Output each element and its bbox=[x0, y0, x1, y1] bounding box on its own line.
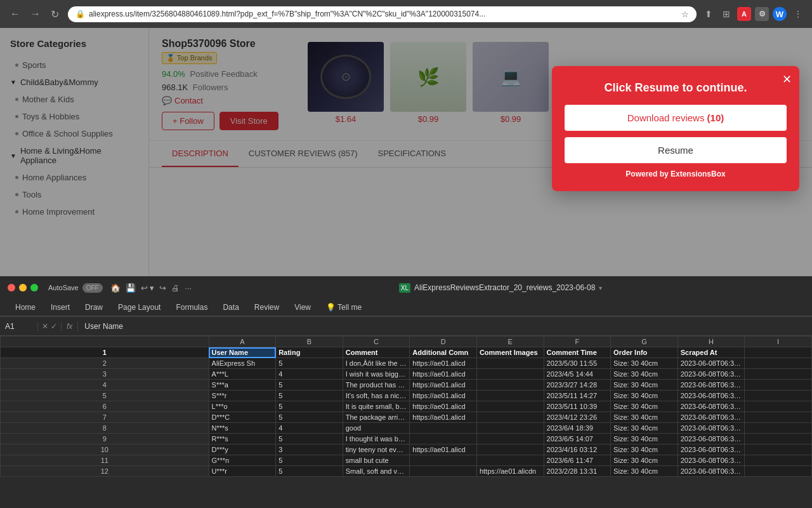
table-cell[interactable]: https://ae01.alicdn bbox=[476, 466, 544, 477]
table-cell[interactable]: 2023-06-08T06:30:46.90 bbox=[678, 391, 745, 401]
col-header-h[interactable]: H bbox=[678, 337, 745, 347]
table-cell[interactable] bbox=[745, 466, 812, 477]
modal-close-button[interactable]: ✕ bbox=[782, 72, 792, 86]
table-cell[interactable]: 2023-06-08T06:30:46.90 bbox=[678, 369, 745, 380]
bookmark-button[interactable]: ⊞ bbox=[719, 8, 733, 20]
table-cell[interactable]: Size: 30 40cm bbox=[611, 369, 678, 380]
table-cell[interactable]: 2023/2/28 13:31 bbox=[544, 466, 611, 477]
table-cell[interactable]: 2023-06-08T06:30:46.90 bbox=[678, 412, 745, 423]
header-cell[interactable]: Scraped At bbox=[678, 347, 745, 358]
modal-download-button[interactable]: Download reviews (10) bbox=[565, 105, 787, 131]
formula-confirm-icon[interactable]: ✓ bbox=[51, 322, 57, 331]
table-cell[interactable]: https://ae01.alicd bbox=[410, 391, 477, 401]
table-cell[interactable]: U***r bbox=[209, 466, 276, 477]
table-cell[interactable] bbox=[476, 434, 544, 444]
table-cell[interactable] bbox=[476, 455, 544, 466]
modal-resume-button[interactable]: Resume bbox=[565, 137, 787, 163]
table-cell[interactable]: 2023/4/16 03:12 bbox=[544, 444, 611, 455]
table-cell[interactable]: 2023-06-08T06:30:46.90 bbox=[678, 444, 745, 455]
table-cell[interactable]: 5 bbox=[276, 358, 343, 369]
table-cell[interactable]: R***s bbox=[209, 434, 276, 444]
autosave-toggle[interactable]: OFF bbox=[82, 283, 103, 293]
header-cell[interactable]: Comment Images bbox=[476, 347, 544, 358]
table-cell[interactable] bbox=[410, 455, 477, 466]
table-cell[interactable] bbox=[476, 380, 544, 391]
table-cell[interactable]: 2023/6/5 14:07 bbox=[544, 434, 611, 444]
table-cell[interactable]: 2023-06-08T06:30:46.90 bbox=[678, 423, 745, 434]
table-cell[interactable] bbox=[745, 401, 812, 412]
table-cell[interactable] bbox=[476, 369, 544, 380]
excel-tab-review[interactable]: Review bbox=[247, 299, 287, 316]
table-cell[interactable] bbox=[410, 423, 477, 434]
table-cell[interactable]: 4 bbox=[276, 423, 343, 434]
formula-value[interactable]: User Name bbox=[78, 322, 812, 331]
table-cell[interactable]: Small, soft and very cute! bbox=[343, 466, 410, 477]
table-cell[interactable]: Size: 30 40cm bbox=[611, 444, 678, 455]
excel-tab-insert[interactable]: Insert bbox=[43, 299, 77, 316]
table-cell[interactable]: https://ae01.alicd bbox=[410, 369, 477, 380]
col-header-f[interactable]: F bbox=[544, 337, 611, 347]
table-cell[interactable] bbox=[745, 434, 812, 444]
redo-icon[interactable]: ↪ bbox=[159, 283, 166, 293]
table-cell[interactable]: 2023-06-08T06:30:46.90 bbox=[678, 455, 745, 466]
table-cell[interactable]: 5 bbox=[276, 434, 343, 444]
excel-tab-home[interactable]: Home bbox=[8, 299, 43, 316]
col-header-i[interactable]: I bbox=[745, 337, 812, 347]
excel-tab-formulas[interactable]: Formulas bbox=[168, 299, 215, 316]
table-cell[interactable]: It is quite small, but this super nice, … bbox=[343, 401, 410, 412]
col-header-a[interactable]: A bbox=[209, 337, 276, 347]
header-cell[interactable]: Order Info bbox=[611, 347, 678, 358]
undo-icon[interactable]: ↩ ▾ bbox=[141, 283, 155, 293]
excel-tab-page-layout[interactable]: Page Layout bbox=[110, 299, 168, 316]
table-cell[interactable] bbox=[476, 412, 544, 423]
save-icon[interactable]: 💾 bbox=[126, 283, 136, 293]
bookmark-icon[interactable]: ☆ bbox=[681, 10, 689, 19]
back-button[interactable]: ← bbox=[6, 7, 24, 21]
table-cell[interactable] bbox=[476, 401, 544, 412]
table-cell[interactable]: D***y bbox=[209, 444, 276, 455]
table-cell[interactable]: Size: 30 40cm bbox=[611, 358, 678, 369]
table-cell[interactable]: 2023/5/11 14:27 bbox=[544, 391, 611, 401]
dropdown-icon[interactable]: ▾ bbox=[599, 284, 602, 291]
minimize-button[interactable] bbox=[19, 284, 27, 291]
table-cell[interactable]: AliExpress Sh bbox=[209, 358, 276, 369]
table-cell[interactable]: 2023/5/11 10:39 bbox=[544, 401, 611, 412]
home-icon[interactable]: 🏠 bbox=[110, 283, 121, 293]
header-cell[interactable]: Comment bbox=[343, 347, 410, 358]
table-cell[interactable]: A***L bbox=[209, 369, 276, 380]
table-cell[interactable]: https://ae01.alicd bbox=[410, 412, 477, 423]
table-cell[interactable]: 5 bbox=[276, 380, 343, 391]
table-cell[interactable]: 5 bbox=[276, 412, 343, 423]
header-cell[interactable] bbox=[745, 347, 812, 358]
table-cell[interactable]: 2023/5/30 11:55 bbox=[544, 358, 611, 369]
table-cell[interactable]: 2023/4/12 23:26 bbox=[544, 412, 611, 423]
table-cell[interactable]: S***r bbox=[209, 391, 276, 401]
table-cell[interactable] bbox=[476, 391, 544, 401]
col-header-e[interactable]: E bbox=[476, 337, 544, 347]
table-cell[interactable] bbox=[745, 369, 812, 380]
table-cell[interactable]: 2023/3/27 14:28 bbox=[544, 380, 611, 391]
table-cell[interactable] bbox=[745, 380, 812, 391]
table-cell[interactable]: It's soft, has a nice sheen and the 'fur… bbox=[343, 391, 410, 401]
table-cell[interactable]: 2023-06-08T06:30:46.90 bbox=[678, 358, 745, 369]
table-cell[interactable] bbox=[745, 444, 812, 455]
table-cell[interactable] bbox=[410, 434, 477, 444]
table-cell[interactable]: 5 bbox=[276, 466, 343, 477]
table-cell[interactable]: The product has good quality. I was very… bbox=[343, 380, 410, 391]
excel-tab-view[interactable]: View bbox=[287, 299, 318, 316]
table-cell[interactable]: 2023/6/4 18:39 bbox=[544, 423, 611, 434]
col-header-d[interactable]: D bbox=[410, 337, 477, 347]
table-cell[interactable] bbox=[476, 444, 544, 455]
extensions-icon[interactable]: ⚙ bbox=[755, 7, 769, 21]
table-cell[interactable]: https://ae01.alicd bbox=[410, 444, 477, 455]
excel-tab-data[interactable]: Data bbox=[215, 299, 246, 316]
ali-extension-icon[interactable]: A bbox=[737, 7, 751, 21]
table-cell[interactable]: 2023-06-08T06:30:46.90 bbox=[678, 434, 745, 444]
table-cell[interactable]: G***n bbox=[209, 455, 276, 466]
address-bar[interactable]: 🔒 aliexpress.us/item/3256804880461089.ht… bbox=[68, 6, 697, 22]
maximize-button[interactable] bbox=[30, 284, 38, 291]
table-cell[interactable]: 2023-06-08T06:30:55.45 bbox=[678, 466, 745, 477]
forward-button[interactable]: → bbox=[27, 7, 44, 21]
close-button[interactable] bbox=[8, 284, 15, 291]
table-cell[interactable]: 2023-06-08T06:30:46.90 bbox=[678, 380, 745, 391]
